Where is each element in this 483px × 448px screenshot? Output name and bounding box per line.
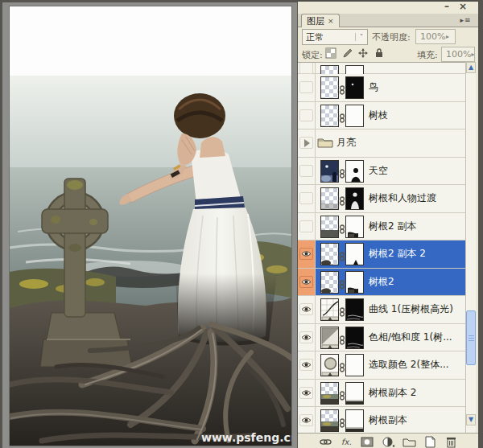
opacity-label: 不透明度:	[372, 31, 411, 43]
fill-input[interactable]: 100% ▸	[441, 47, 475, 62]
lock-all-icon[interactable]	[374, 47, 386, 59]
layer-mask-thumbnail[interactable]	[345, 327, 364, 349]
link-icon	[339, 416, 345, 425]
minimize-icon[interactable]: –	[444, 2, 449, 12]
layer-row[interactable]: 天空	[298, 158, 465, 186]
layer-thumbnail[interactable]	[320, 243, 339, 265]
visibility-toggle[interactable]	[298, 74, 316, 101]
lock-label: 锁定:	[302, 49, 323, 61]
lock-transparency-icon[interactable]	[325, 47, 337, 59]
palette-tabbar: 图层 × ▸≡	[298, 14, 478, 27]
folder-icon	[317, 136, 333, 151]
layer-mask-thumbnail[interactable]	[345, 243, 364, 265]
layer-thumbnail[interactable]	[320, 382, 339, 405]
layer-name: 树根2 副本	[369, 213, 416, 240]
visibility-toggle[interactable]	[298, 213, 316, 240]
fill-value: 100%	[442, 49, 471, 60]
lock-paint-icon[interactable]	[341, 47, 353, 59]
layer-mask-thumbnail[interactable]	[345, 271, 364, 294]
layer-name: 天空	[369, 158, 388, 185]
layer-row[interactable]: 选取颜色 2(整体...	[298, 351, 465, 380]
add-mask-icon[interactable]	[361, 436, 374, 448]
delete-layer-icon[interactable]	[444, 436, 458, 448]
scrub-arrow-icon[interactable]: ▸	[471, 51, 474, 58]
link-layers-icon[interactable]	[319, 436, 332, 448]
visibility-toggle[interactable]	[298, 240, 316, 268]
layer-name: 树根副本	[369, 407, 407, 434]
layer-row[interactable]: 树根和人物过渡	[298, 185, 465, 213]
visibility-toggle[interactable]	[298, 324, 316, 351]
layer-thumbnail[interactable]	[320, 298, 339, 321]
layer-row[interactable]: 鸟	[298, 74, 465, 102]
scrub-arrow-icon[interactable]: ▸	[446, 33, 455, 40]
scroll-up-icon[interactable]: ▲	[466, 62, 476, 73]
new-layer-icon[interactable]	[423, 436, 437, 448]
layer-mask-thumbnail[interactable]	[345, 187, 364, 210]
layer-thumbnail[interactable]	[320, 327, 339, 349]
visibility-toggle[interactable]	[298, 380, 316, 407]
layer-row[interactable]: 树根2 副本 2	[298, 240, 465, 269]
lock-move-icon[interactable]	[357, 47, 369, 59]
layer-thumbnail[interactable]	[320, 105, 339, 127]
layer-row[interactable]: 曲线 1(压树根高光)	[298, 296, 465, 324]
visibility-toggle[interactable]	[298, 158, 316, 185]
layers-panel: – × 图层 × ▸≡ 正常 ˅ 不透明度: 100% ▸ 锁定: 填充:	[298, 0, 478, 448]
visibility-toggle[interactable]	[298, 296, 316, 323]
layer-name: 选取颜色 2(整体...	[369, 351, 449, 379]
visibility-toggle[interactable]	[298, 351, 316, 379]
layer-row[interactable]: 树根2	[298, 269, 465, 297]
photo-canvas[interactable]: www.psfeng.cn	[10, 6, 291, 446]
new-group-icon[interactable]	[402, 436, 416, 448]
layer-mask-thumbnail[interactable]	[345, 105, 364, 127]
layer-thumbnail[interactable]	[320, 187, 339, 210]
visibility-toggle[interactable]	[298, 407, 316, 434]
panel-bottom-bar: fx.	[298, 433, 478, 448]
screenshot-root: www.psfeng.cn – × 图层 × ▸≡ 正常 ˅ 不透明度: 100…	[0, 0, 483, 448]
layer-thumbnail[interactable]	[320, 160, 339, 183]
watermark: www.psfeng.cn	[201, 431, 291, 444]
chevron-down-icon: ˅	[355, 33, 367, 41]
tab-layers[interactable]: 图层 ×	[301, 14, 340, 27]
link-icon	[339, 249, 345, 259]
layer-style-icon[interactable]: fx.	[340, 436, 353, 448]
blend-mode-value: 正常	[303, 31, 355, 43]
tab-layers-label: 图层	[307, 15, 324, 27]
scrollbar-thumb[interactable]	[466, 310, 476, 365]
opacity-input[interactable]: 100% ▸	[415, 29, 456, 44]
layer-row[interactable]: 树根副本 2	[298, 380, 465, 408]
layer-mask-thumbnail[interactable]	[345, 76, 364, 99]
layer-mask-thumbnail[interactable]	[345, 298, 364, 321]
adjustment-layer-icon[interactable]	[382, 436, 395, 448]
layer-thumbnail[interactable]	[320, 76, 339, 99]
link-icon	[339, 305, 345, 314]
tab-close-icon[interactable]: ×	[328, 17, 334, 25]
close-icon[interactable]: ×	[459, 2, 467, 12]
scroll-down-icon[interactable]: ▼	[466, 414, 476, 425]
blend-mode-select[interactable]: 正常 ˅	[302, 29, 368, 45]
layer-row[interactable]: 树根副本	[298, 407, 465, 434]
layer-row-group[interactable]: 月亮	[298, 129, 465, 158]
layer-mask-thumbnail[interactable]	[345, 354, 364, 376]
visibility-toggle[interactable]	[298, 185, 316, 212]
layer-mask-thumbnail[interactable]	[345, 382, 364, 405]
layer-mask-thumbnail[interactable]	[345, 409, 364, 432]
layers-scrollbar[interactable]: ▲ ▼	[465, 62, 476, 433]
visibility-toggle[interactable]	[298, 102, 316, 129]
canvas-background: www.psfeng.cn	[2, 2, 297, 448]
layer-mask-thumbnail[interactable]	[345, 216, 364, 238]
expand-triangle-icon[interactable]	[304, 139, 310, 147]
layer-thumbnail[interactable]	[320, 216, 339, 238]
layer-thumbnail[interactable]	[320, 354, 339, 376]
layer-row[interactable]: 树枝	[298, 102, 465, 130]
layer-name: 树根副本 2	[369, 380, 416, 407]
visibility-toggle[interactable]	[298, 269, 316, 296]
visibility-toggle[interactable]	[298, 63, 316, 73]
layer-thumbnail[interactable]	[320, 271, 339, 294]
layer-mask-thumbnail[interactable]	[345, 160, 364, 183]
layer-row-partial[interactable]	[298, 63, 465, 74]
layer-thumbnail[interactable]	[320, 409, 339, 432]
layer-row[interactable]: 色相/饱和度 1(树...	[298, 324, 465, 352]
layer-row[interactable]: 树根2 副本	[298, 213, 465, 241]
link-icon	[339, 277, 345, 287]
panel-menu-icon[interactable]: ▸≡	[457, 14, 473, 26]
